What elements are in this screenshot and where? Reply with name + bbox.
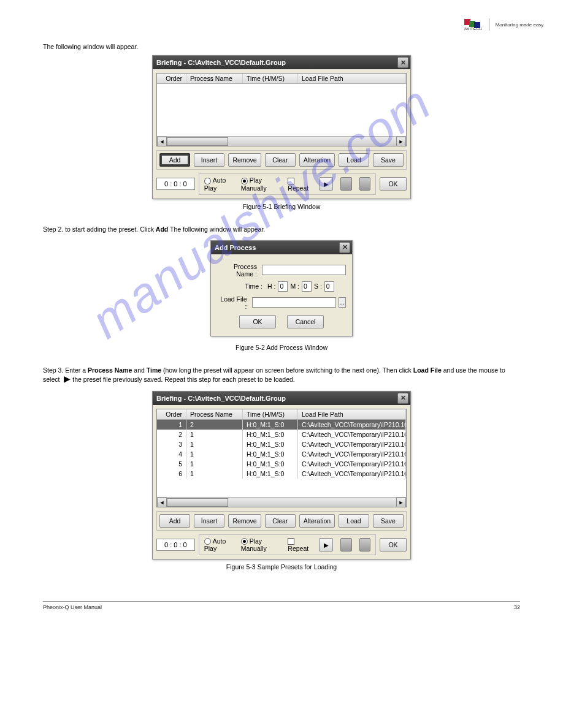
col-order[interactable]: Order <box>157 74 186 83</box>
add-button[interactable]: Add <box>159 153 190 167</box>
process-name-label: Process Name : <box>217 263 259 278</box>
load-button[interactable]: Load <box>339 514 369 528</box>
insert-button[interactable]: Insert <box>194 514 224 528</box>
play-manually-radio[interactable]: Play Manually <box>241 537 281 553</box>
window-title: Briefing - C:\Avitech_VCC\Default.Group <box>156 395 286 402</box>
divider <box>489 18 489 31</box>
col-path[interactable]: Load File Path <box>298 74 406 83</box>
clear-button[interactable]: Clear <box>265 153 296 167</box>
table-row[interactable]: 41H:0_M:1_S:0C:\Avitech_VCC\Temporary\IP… <box>157 449 406 459</box>
ok-button[interactable]: OK <box>380 177 407 191</box>
alteration-button[interactable]: Alteration <box>299 153 335 167</box>
clear-button[interactable]: Clear <box>265 514 296 528</box>
briefing-dialog-empty: Briefing - C:\Avitech_VCC\Default.Group … <box>152 55 411 199</box>
titlebar[interactable]: Briefing - C:\Avitech_VCC\Default.Group … <box>153 392 410 405</box>
process-list[interactable]: Order Process Name Time (H/M/S) Load Fil… <box>156 73 407 146</box>
scroll-right-icon[interactable]: ► <box>396 498 406 507</box>
load-button[interactable]: Load <box>339 153 369 167</box>
time-display: 0 : 0 : 0 <box>156 178 195 190</box>
scroll-right-icon[interactable]: ► <box>396 137 406 146</box>
scroll-left-icon[interactable]: ◄ <box>157 498 167 507</box>
minutes-input[interactable] <box>302 281 312 292</box>
titlebar[interactable]: Briefing - C:\Avitech_VCC\Default.Group … <box>153 56 410 69</box>
repeat-checkbox[interactable]: Repeat <box>288 176 312 192</box>
table-row[interactable]: 21H:0_M:1_S:0C:\Avitech_VCC\Temporary\IP… <box>157 430 406 439</box>
horizontal-scrollbar[interactable]: ◄ ► <box>157 136 406 146</box>
step-2: Step 2. to start adding the preset. Clic… <box>43 226 520 233</box>
scroll-thumb[interactable] <box>167 498 228 507</box>
table-row[interactable]: 31H:0_M:1_S:0C:\Avitech_VCC\Temporary\IP… <box>157 439 406 449</box>
stop-button[interactable] <box>359 177 370 191</box>
table-row[interactable]: 61H:0_M:1_S:0C:\Avitech_VCC\Temporary\IP… <box>157 469 406 479</box>
page-footer: Pheonix-Q User Manual 32 <box>43 601 520 610</box>
alteration-button[interactable]: Alteration <box>299 514 335 528</box>
avitech-logo: AVITECH <box>464 19 483 31</box>
intro-text: The following window will appear. <box>43 43 520 50</box>
control-row: 0 : 0 : 0 Auto Play Play Manually Repeat… <box>156 534 407 556</box>
play-icon[interactable]: ▶ <box>319 538 333 552</box>
page-header: AVITECH Monitoring made easy. <box>464 18 545 31</box>
col-process-name[interactable]: Process Name <box>186 409 243 419</box>
tagline: Monitoring made easy. <box>496 22 545 28</box>
add-button[interactable]: Add <box>159 514 190 528</box>
remove-button[interactable]: Remove <box>228 153 261 167</box>
figure-3-caption: Figure 5-3 Sample Presets for Loading <box>43 563 520 571</box>
insert-button[interactable]: Insert <box>194 153 224 167</box>
page-number: 32 <box>514 604 520 610</box>
save-button[interactable]: Save <box>373 153 404 167</box>
table-row[interactable]: 51H:0_M:1_S:0C:\Avitech_VCC\Temporary\IP… <box>157 459 406 469</box>
hours-input[interactable] <box>278 281 288 292</box>
close-icon[interactable]: ✕ <box>339 242 350 253</box>
col-process-name[interactable]: Process Name <box>186 74 243 83</box>
pause-button[interactable] <box>340 538 351 552</box>
scroll-left-icon[interactable]: ◄ <box>157 137 167 146</box>
control-row: 0 : 0 : 0 Auto Play Play Manually Repeat… <box>156 173 407 195</box>
list-header: Order Process Name Time (H/M/S) Load Fil… <box>157 74 406 84</box>
list-header: Order Process Name Time (H/M/S) Load Fil… <box>157 409 406 420</box>
close-icon[interactable]: ✕ <box>397 57 408 68</box>
step-3: Step 3. Enter a Process Name and Time (h… <box>43 366 520 384</box>
stop-button[interactable] <box>359 538 370 552</box>
ok-button[interactable]: OK <box>239 315 276 328</box>
seconds-input[interactable] <box>324 281 334 292</box>
col-time[interactable]: Time (H/M/S) <box>243 409 298 419</box>
col-order[interactable]: Order <box>157 409 186 419</box>
load-file-label: Load File : <box>217 295 250 310</box>
scroll-thumb[interactable] <box>167 137 228 146</box>
process-list[interactable]: Order Process Name Time (H/M/S) Load Fil… <box>156 409 407 507</box>
h-label: H : <box>267 282 275 290</box>
s-label: S : <box>314 282 322 290</box>
play-icon[interactable]: ▶ <box>319 177 333 191</box>
window-title: Briefing - C:\Avitech_VCC\Default.Group <box>156 59 286 66</box>
window-title: Add Process <box>215 244 256 251</box>
col-time[interactable]: Time (H/M/S) <box>243 74 298 83</box>
close-icon[interactable]: ✕ <box>397 393 408 404</box>
figure-1-caption: Figure 5-1 Briefing Window <box>43 203 520 210</box>
browse-button[interactable]: ... <box>339 297 346 308</box>
time-display: 0 : 0 : 0 <box>156 539 195 551</box>
col-path[interactable]: Load File Path <box>298 409 406 419</box>
time-label: Time : <box>217 282 265 290</box>
remove-button[interactable]: Remove <box>228 514 261 528</box>
footer-title: Pheonix-Q User Manual <box>43 604 102 610</box>
cancel-button[interactable]: Cancel <box>287 315 324 328</box>
add-process-dialog: Add Process ✕ Process Name : Time : H : … <box>210 240 353 336</box>
cursor-icon: ▶ <box>64 374 71 384</box>
horizontal-scrollbar[interactable]: ◄ ► <box>157 497 406 507</box>
table-row[interactable]: 12H:0_M:1_S:0C:\Avitech_VCC\Temporary\IP… <box>157 420 406 430</box>
auto-play-radio[interactable]: Auto Play <box>204 176 234 192</box>
button-row: Add Insert Remove Clear Alteration Load … <box>156 511 407 531</box>
button-row: Add Insert Remove Clear Alteration Load … <box>156 150 407 170</box>
save-button[interactable]: Save <box>373 514 404 528</box>
titlebar[interactable]: Add Process ✕ <box>211 241 352 254</box>
ok-button[interactable]: OK <box>380 538 407 552</box>
pause-button[interactable] <box>340 177 351 191</box>
figure-2-caption: Figure 5-2 Add Process Window <box>43 344 520 351</box>
m-label: M : <box>290 282 299 290</box>
play-manually-radio[interactable]: Play Manually <box>241 176 281 192</box>
briefing-dialog-populated: Briefing - C:\Avitech_VCC\Default.Group … <box>152 391 411 560</box>
auto-play-radio[interactable]: Auto Play <box>204 537 234 553</box>
repeat-checkbox[interactable]: Repeat <box>288 537 312 553</box>
process-name-input[interactable] <box>262 265 346 275</box>
load-file-input[interactable] <box>252 297 336 308</box>
